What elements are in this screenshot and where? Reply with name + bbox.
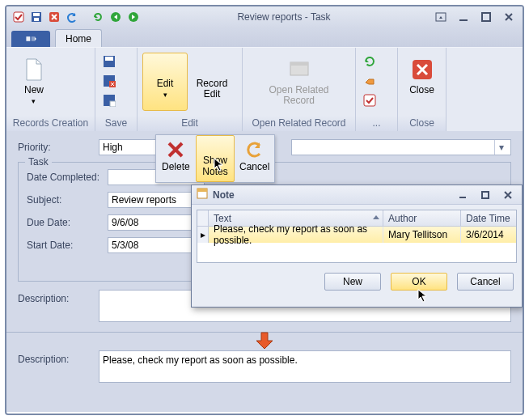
minimize-icon[interactable] [454, 188, 472, 202]
grid-header: Text Author Date Time [197, 210, 516, 227]
date-completed-label: Date Completed: [27, 172, 108, 183]
document-icon [21, 57, 47, 83]
col-text[interactable]: Text [209, 210, 383, 226]
close-window-icon[interactable] [500, 10, 518, 24]
edit-button[interactable]: Edit▾ [142, 53, 188, 111]
next-icon[interactable] [126, 10, 141, 24]
task-icon[interactable] [11, 10, 26, 24]
ribbon-body: New▾ Records Creation Save [6, 47, 523, 131]
svg-rect-2 [33, 13, 40, 16]
record-edit-button[interactable]: Record Edit [189, 53, 235, 111]
svg-rect-8 [459, 19, 468, 21]
save-icon[interactable] [100, 53, 118, 70]
svg-rect-13 [105, 57, 113, 61]
maximize-icon[interactable] [477, 10, 495, 24]
note-dialog-title-bar: Note [192, 185, 522, 205]
group-label-close: Close [398, 116, 446, 131]
col-datetime[interactable]: Date Time [461, 210, 516, 226]
description-label: Description: [18, 350, 99, 365]
ribbon-toggle-icon[interactable] [432, 10, 450, 24]
grid-corner [197, 210, 209, 226]
cancel-button[interactable]: Cancel [457, 273, 514, 291]
open-related-label: Open Related Record [269, 85, 328, 106]
cell-datetime: 3/6/2014 [461, 227, 516, 243]
priority-extra-field[interactable]: ▾ [291, 139, 511, 155]
group-label-open-related: Open Related Record [243, 116, 355, 131]
note-icon [197, 188, 208, 202]
dialog-buttons: New OK Cancel [192, 268, 522, 297]
minimize-icon[interactable] [455, 10, 472, 24]
popup-cancel-label: Cancel [239, 161, 269, 172]
cursor-icon [214, 158, 225, 172]
close-label: Close [409, 85, 434, 95]
arrow-down-icon [255, 331, 274, 353]
task-group-label: Task [25, 156, 52, 168]
due-date-field[interactable]: 9/6/08 [108, 214, 205, 231]
related-record-icon [286, 57, 312, 83]
description-field-after[interactable]: Please, check my report as soon as possi… [99, 350, 511, 383]
svg-rect-10 [26, 36, 30, 41]
close-quick-icon[interactable] [47, 10, 61, 24]
group-misc: ... [356, 48, 398, 131]
save-icon[interactable] [29, 10, 44, 24]
popup-delete[interactable]: Delete [156, 135, 196, 182]
svg-rect-0 [14, 12, 23, 22]
record-edit-label: Record Edit [197, 78, 228, 100]
refresh-icon[interactable] [361, 53, 379, 70]
title-bar: Review reports - Task [6, 6, 523, 28]
undo-icon[interactable] [65, 10, 79, 24]
row-indicator-icon: ▸ [197, 227, 209, 243]
main-window: Review reports - Task Home [6, 6, 523, 333]
chevron-down-icon[interactable]: ▾ [494, 140, 507, 155]
app-menu-button[interactable] [11, 31, 50, 47]
delete-icon [166, 138, 185, 161]
quick-access-toolbar [11, 10, 141, 24]
group-save: Save [95, 48, 138, 131]
new-label: New [24, 84, 44, 95]
svg-rect-9 [482, 13, 490, 21]
clear-icon[interactable] [361, 72, 379, 90]
validate-icon[interactable] [361, 91, 379, 109]
svg-rect-25 [482, 192, 489, 198]
note-grid[interactable]: Text Author Date Time ▸ Please, check my… [197, 210, 517, 263]
close-icon[interactable] [499, 188, 517, 202]
col-author[interactable]: Author [383, 210, 461, 226]
save-close-icon[interactable] [100, 72, 118, 90]
new-button[interactable]: New [324, 273, 381, 291]
group-records-creation: New▾ Records Creation [6, 48, 95, 131]
tab-home[interactable]: Home [55, 29, 102, 47]
new-button[interactable]: New▾ [11, 53, 57, 111]
group-edit: Edit▾ Record Edit Edit [138, 48, 243, 131]
cursor-icon [417, 289, 429, 303]
open-related-button: Open Related Record [260, 53, 338, 111]
note-dialog: Note Text Author Date Time ▸ Please, che… [191, 185, 523, 308]
svg-rect-24 [459, 197, 466, 198]
svg-rect-19 [290, 62, 308, 66]
group-open-related: Open Related Record Open Related Record [243, 48, 356, 131]
priority-label: Priority: [18, 142, 99, 153]
save-new-icon[interactable] [100, 91, 118, 109]
start-date-field[interactable]: 5/3/08 [108, 237, 205, 253]
popup-delete-label: Delete [162, 161, 190, 172]
close-icon [409, 57, 435, 83]
ok-button[interactable]: OK [391, 273, 447, 291]
group-label-edit: Edit [138, 116, 242, 131]
subject-field[interactable]: Review reports [108, 192, 205, 208]
description-label: Description: [18, 290, 99, 304]
close-button[interactable]: Close [403, 53, 441, 111]
refresh-icon[interactable] [91, 10, 105, 24]
cell-author: Mary Tellitson [383, 227, 461, 243]
grid-row[interactable]: ▸ Please, check my report as soon as pos… [197, 227, 516, 243]
sort-asc-icon [373, 215, 379, 219]
group-label-misc: ... [356, 116, 397, 131]
popup-cancel[interactable]: Cancel [235, 135, 274, 182]
ribbon-tab-strip: Home [6, 28, 523, 47]
bottom-panel: Description: Please, check my report as … [6, 333, 523, 412]
prev-icon[interactable] [108, 10, 123, 24]
group-label-records-creation: Records Creation [6, 116, 95, 131]
maximize-icon[interactable] [476, 188, 494, 202]
window-title: Review reports - Task [141, 11, 427, 23]
due-date-label: Due Date: [27, 217, 108, 228]
note-dialog-title: Note [213, 189, 449, 201]
cell-text: Please, check my report as soon as possi… [209, 227, 383, 243]
